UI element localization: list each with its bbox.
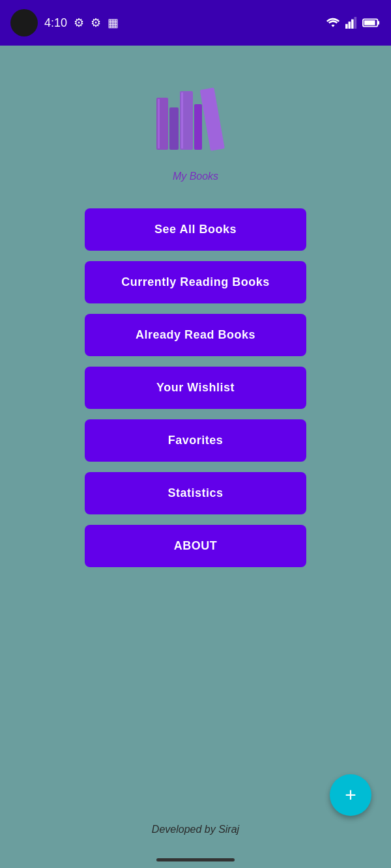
settings-icon-1: ⚙ (74, 16, 84, 30)
logo-area: My Books (143, 72, 248, 182)
main-content: My Books See All Books Currently Reading… (0, 46, 391, 591)
svg-rect-13 (181, 92, 183, 148)
footer: Developed by Siraj (0, 824, 391, 835)
wifi-icon (326, 17, 340, 29)
svg-rect-3 (355, 17, 357, 29)
status-time: 4:10 (44, 16, 67, 30)
status-bar-right (326, 17, 381, 29)
svg-rect-0 (345, 24, 348, 29)
svg-rect-5 (364, 20, 375, 25)
statistics-button[interactable]: Statistics (85, 472, 306, 514)
camera-icon (10, 9, 38, 36)
svg-rect-11 (200, 87, 225, 150)
already-read-button[interactable]: Already Read Books (85, 314, 306, 356)
svg-rect-12 (158, 99, 160, 148)
settings-icon-2: ⚙ (91, 16, 101, 30)
battery-icon (362, 18, 381, 28)
svg-rect-2 (351, 20, 354, 29)
app-logo (143, 72, 248, 163)
currently-reading-button[interactable]: Currently Reading Books (85, 261, 306, 303)
svg-rect-6 (377, 21, 379, 25)
plus-icon: + (345, 784, 356, 806)
see-all-books-button[interactable]: See All Books (85, 208, 306, 251)
wishlist-button[interactable]: Your Wishlist (85, 367, 306, 409)
about-button[interactable]: ABOUT (85, 525, 306, 567)
footer-credit: Developed by Siraj (152, 824, 239, 835)
sim-icon: ▦ (108, 16, 119, 30)
svg-rect-10 (194, 104, 202, 150)
bottom-nav-indicator (156, 858, 235, 861)
svg-rect-1 (349, 21, 351, 29)
signal-icon (345, 17, 357, 29)
fab-add-button[interactable]: + (330, 774, 371, 816)
status-bar: 4:10 ⚙ ⚙ ▦ (0, 0, 391, 46)
status-bar-left: 4:10 ⚙ ⚙ ▦ (10, 9, 119, 36)
favorites-button[interactable]: Favorites (85, 419, 306, 462)
svg-rect-8 (169, 107, 179, 150)
logo-text: My Books (143, 171, 248, 182)
